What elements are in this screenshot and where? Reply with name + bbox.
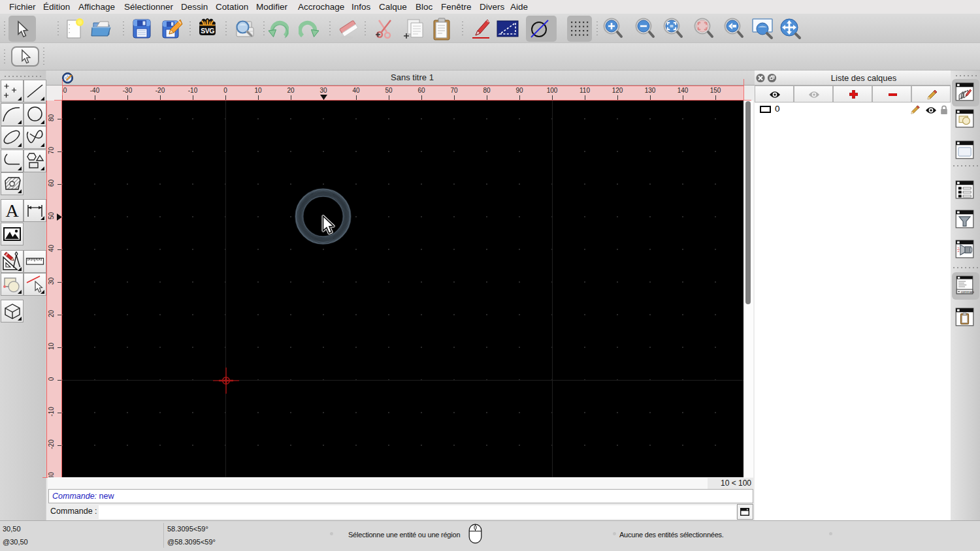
svg-text:SVG: SVG (201, 27, 214, 35)
svg-text:A: A (5, 200, 19, 221)
svg-text:command: command (961, 290, 974, 294)
